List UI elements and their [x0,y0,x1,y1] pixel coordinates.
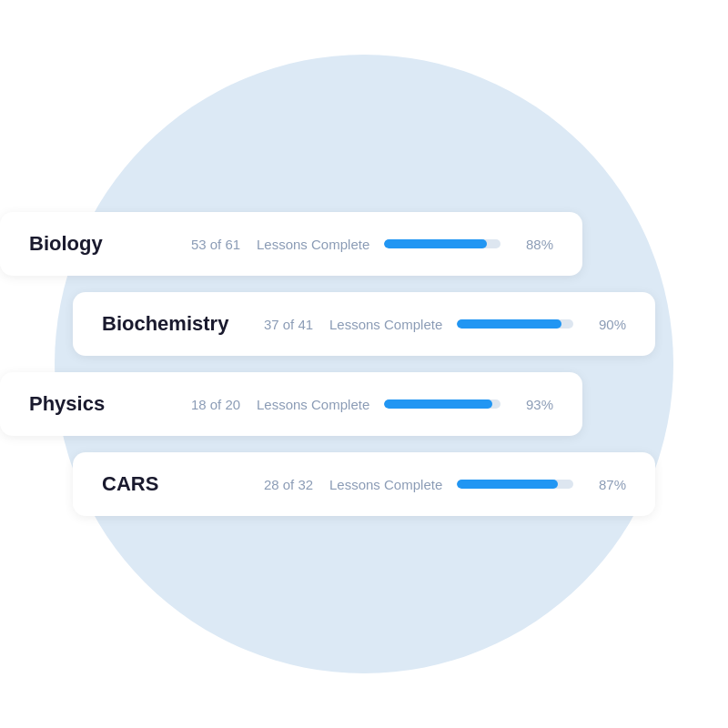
course-card-cars[interactable]: CARS 28 of 32 Lessons Complete 87% [73,452,655,516]
lessons-label-biology: Lessons Complete [257,237,375,252]
progress-fill-biochemistry [457,319,561,329]
percent-label-biochemistry: 90% [582,317,626,332]
course-card-biology[interactable]: Biology 53 of 61 Lessons Complete 88% [0,212,582,276]
progress-fill-biology [384,239,487,248]
percent-label-cars: 87% [582,477,626,492]
subject-label-physics: Physics [29,392,175,416]
progress-fill-physics [384,399,492,409]
lessons-count-physics: 18 of 20 [175,397,257,412]
progress-bar-cars [457,480,573,489]
lessons-label-physics: Lessons Complete [257,397,375,412]
progress-bar-physics [384,399,500,409]
progress-bar-biology [384,239,500,248]
lessons-label-cars: Lessons Complete [329,477,448,492]
course-card-biochemistry[interactable]: Biochemistry 37 of 41 Lessons Complete 9… [73,292,655,356]
lessons-count-cars: 28 of 32 [248,477,329,492]
subject-label-cars: CARS [102,472,248,496]
courses-list: Biology 53 of 61 Lessons Complete 88% Bi… [36,212,692,516]
lessons-label-biochemistry: Lessons Complete [329,317,448,332]
lessons-count-biochemistry: 37 of 41 [248,317,329,332]
lessons-count-biology: 53 of 61 [175,237,257,252]
progress-bar-biochemistry [457,319,573,329]
progress-fill-cars [457,480,558,489]
percent-label-physics: 93% [510,397,553,412]
course-card-physics[interactable]: Physics 18 of 20 Lessons Complete 93% [0,372,582,436]
subject-label-biochemistry: Biochemistry [102,312,248,336]
background-circle: Biology 53 of 61 Lessons Complete 88% Bi… [55,55,673,673]
percent-label-biology: 88% [510,237,553,252]
subject-label-biology: Biology [29,232,175,256]
